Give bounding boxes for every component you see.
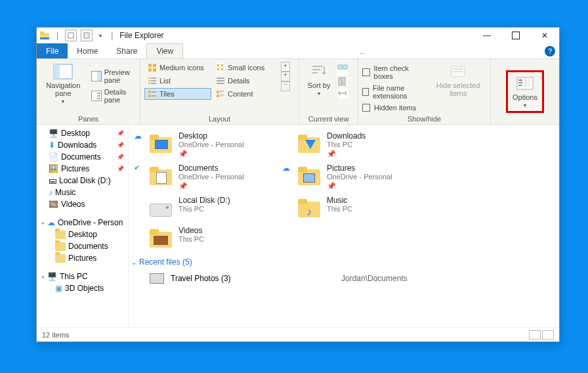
titlebar: | ▾ | File Explorer — ✕ (37, 28, 559, 43)
svg-rect-41 (312, 69, 320, 70)
tab-home[interactable]: Home (68, 43, 107, 58)
item-check-boxes-checkbox[interactable]: Item check boxes (362, 64, 427, 80)
svg-rect-21 (148, 83, 150, 84)
svg-rect-15 (148, 68, 152, 72)
nav-od-documents[interactable]: Documents (37, 240, 128, 252)
file-name-extensions-checkbox[interactable]: File name extensions (362, 84, 427, 100)
nav-pictures[interactable]: 🖼️Pictures📌 (37, 163, 128, 175)
ribbon-group-panes: Navigation pane ▾ Preview pane Details p… (37, 59, 140, 124)
sync-cloud-icon: ☁ (134, 131, 143, 141)
svg-rect-17 (148, 77, 150, 79)
qat-dropdown-icon[interactable]: ▾ (96, 33, 104, 39)
maximize-button[interactable] (501, 28, 530, 43)
svg-rect-46 (343, 77, 345, 85)
desktop-icon: 🖥️ (49, 129, 58, 138)
nav-od-pictures[interactable]: Pictures (37, 252, 128, 264)
status-bar: 12 items (37, 327, 559, 341)
folder-icon (55, 230, 66, 239)
svg-rect-35 (220, 91, 224, 91)
help-icon[interactable]: ? (545, 46, 555, 56)
medium-icons-icon (148, 63, 157, 72)
drive-icon: 🖴 (49, 176, 56, 185)
nav-videos[interactable]: 🎞️Videos (37, 198, 128, 210)
tab-file[interactable]: File (37, 43, 68, 58)
view-thumbnails-toggle[interactable] (542, 330, 554, 340)
svg-rect-12 (97, 98, 100, 99)
tile-local-disk[interactable]: Local Disk (D:)This PC (130, 193, 278, 223)
layout-tiles[interactable]: Tiles (144, 88, 211, 100)
tab-view[interactable]: View (146, 43, 183, 58)
qat-new-folder-icon[interactable] (81, 30, 93, 41)
layout-scroll[interactable]: ▴▾⋯ (281, 62, 290, 100)
recent-file-item[interactable]: Travel Photos (3) Jordan\Documents (130, 271, 553, 286)
ribbon-group-layout: Medium icons List Tiles Small icons Deta… (140, 59, 299, 124)
svg-rect-25 (148, 95, 151, 97)
close-button[interactable]: ✕ (530, 28, 559, 43)
layout-content[interactable]: Content (213, 88, 280, 100)
svg-rect-48 (453, 68, 463, 70)
svg-rect-34 (217, 91, 219, 93)
tile-music[interactable]: ♪ MusicThis PC (278, 193, 427, 223)
nav-desktop[interactable]: 🖥️Desktop📌 (37, 127, 128, 139)
svg-rect-52 (518, 82, 522, 83)
nav-this-pc[interactable]: ▸🖥️This PC (37, 271, 128, 282)
tiles-icon (148, 89, 157, 99)
tile-pictures[interactable]: ☁ PicturesOneDrive - Personal📌 (278, 161, 427, 193)
music-icon: ♪ (49, 188, 52, 197)
svg-rect-40 (312, 66, 323, 67)
tile-downloads[interactable]: DownloadsThis PC📌 (278, 129, 427, 161)
layout-medium-icons[interactable]: Medium icons (144, 62, 211, 74)
hide-selected-items-button[interactable]: Hide selected items (430, 62, 486, 99)
folder-icon (55, 242, 66, 251)
minimize-button[interactable]: — (472, 28, 501, 43)
hidden-items-checkbox[interactable]: Hidden items (362, 104, 427, 112)
preview-pane-button[interactable]: Preview pane (89, 67, 136, 85)
ribbon: Navigation pane ▾ Preview pane Details p… (37, 59, 559, 125)
options-button[interactable]: Options ▾ (509, 74, 541, 110)
svg-rect-39 (220, 96, 223, 97)
sync-check-icon: ✔ (134, 164, 143, 172)
nav-music[interactable]: ♪Music (37, 186, 128, 198)
content-icon (216, 89, 225, 99)
tile-desktop[interactable]: ☁ DesktopOneDrive - Personal📌 (130, 129, 278, 161)
view-details-toggle[interactable] (529, 330, 541, 340)
navigation-pane-button[interactable]: Navigation pane ▾ (41, 62, 86, 106)
tile-documents[interactable]: ✔ DocumentsOneDrive - Personal📌 (130, 161, 278, 193)
svg-rect-42 (312, 72, 318, 74)
svg-rect-4 (84, 33, 89, 38)
qat-properties-icon[interactable] (65, 30, 77, 41)
svg-rect-1 (40, 32, 44, 34)
svg-rect-53 (518, 85, 522, 86)
ribbon-group-show-hide: Item check boxes File name extensions Hi… (358, 59, 491, 124)
sort-by-button[interactable]: Sort by ▾ (303, 62, 335, 98)
nav-local-disk[interactable]: 🖴Local Disk (D:) (37, 175, 128, 186)
nav-3d-objects[interactable]: ▣3D Objects (37, 282, 128, 294)
svg-rect-6 (54, 64, 60, 79)
nav-downloads[interactable]: ⬇Downloads📌 (37, 139, 128, 151)
svg-rect-44 (343, 65, 347, 69)
layout-details[interactable]: Details (213, 75, 280, 87)
nav-documents[interactable]: 📄Documents📌 (37, 151, 128, 163)
svg-rect-27 (217, 64, 219, 66)
svg-rect-11 (97, 95, 100, 97)
svg-rect-51 (518, 79, 522, 81)
recent-files-header[interactable]: ⌄ Recent files (5) (130, 253, 553, 271)
documents-folder-icon (150, 167, 172, 185)
sort-by-label: Sort by (308, 81, 331, 89)
layout-small-icons[interactable]: Small icons (213, 62, 280, 74)
size-columns-icon[interactable] (337, 88, 348, 99)
videos-folder-icon (150, 229, 172, 248)
svg-rect-22 (151, 83, 156, 84)
ribbon-collapse-icon[interactable]: ↔ (359, 49, 366, 56)
tab-share[interactable]: Share (107, 43, 146, 58)
nav-onedrive[interactable]: ▸☁OneDrive - Person (37, 217, 128, 229)
nav-od-desktop[interactable]: Desktop (37, 229, 128, 240)
details-pane-button[interactable]: Details pane (89, 87, 136, 105)
tile-videos[interactable]: VideosThis PC (130, 223, 278, 253)
layout-list[interactable]: List (144, 75, 211, 87)
svg-rect-2 (40, 37, 49, 39)
3d-icon: ▣ (55, 284, 62, 293)
ribbon-tabs: File Home Share View ↔ ? (37, 43, 559, 59)
group-by-icon[interactable] (337, 64, 348, 75)
add-columns-icon[interactable] (337, 76, 348, 87)
